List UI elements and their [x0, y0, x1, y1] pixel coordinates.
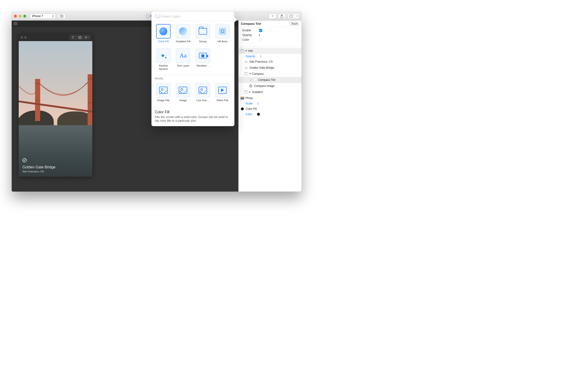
- svg-rect-1: [62, 15, 63, 17]
- tile-hit-area[interactable]: Hit Area: [214, 24, 231, 46]
- color-fill-icon: [159, 27, 167, 35]
- popover-search-row: [151, 12, 234, 21]
- device-selector-value: iPhone 7: [32, 15, 43, 18]
- device-preview: Golden Gate Bridge San Francisco, CA: [19, 34, 92, 177]
- enable-checkbox[interactable]: [259, 29, 262, 32]
- disclosure-icon[interactable]: [249, 91, 251, 93]
- layer-text-title[interactable]: Aa Golden Gate Bridge: [239, 65, 301, 71]
- desc-title: Color Fill: [155, 110, 231, 114]
- layer-group-info[interactable]: Info: [239, 48, 301, 54]
- image-icon: [179, 87, 187, 94]
- fill-icon: [254, 79, 257, 81]
- search-input[interactable]: [162, 14, 231, 18]
- layer-photo-scale[interactable]: Scale 1: [239, 101, 301, 106]
- tile-color-fill[interactable]: Color Fill: [155, 24, 172, 46]
- tile-text-layer[interactable]: Aa Text Layer: [174, 48, 192, 71]
- desc-body: Fills the screen with a solid color. Gro…: [155, 115, 231, 123]
- tile-group[interactable]: Group: [194, 24, 211, 46]
- compass-icon: [22, 158, 27, 162]
- preview-camera-button[interactable]: [76, 35, 84, 40]
- device-screen[interactable]: Golden Gate Bridge San Francisco, CA: [19, 41, 92, 177]
- prop-label-color: Color: [242, 38, 259, 41]
- text-icon: Aa: [244, 60, 248, 63]
- layer-text-subtitle[interactable]: Aa San Francisco, CA: [239, 59, 301, 65]
- tile-image-file[interactable]: Image File: [155, 83, 172, 105]
- gradient-fill-icon: [179, 27, 187, 35]
- layer-info-opacity[interactable]: Opacity 1: [239, 54, 301, 59]
- video-file-icon: [218, 87, 227, 94]
- hit-area-icon: [219, 28, 226, 35]
- color-swatch-black: [257, 113, 260, 116]
- photo-icon: [240, 97, 244, 100]
- touch-button[interactable]: Touch: [290, 22, 299, 25]
- app-window: iPhone 7 Photo Zoom ＋: [12, 12, 301, 192]
- device-selector[interactable]: iPhone 7: [30, 14, 56, 19]
- tile-video-file[interactable]: Video File: [214, 83, 231, 105]
- overlay-title: Golden Gate Bridge: [22, 165, 89, 169]
- view-mode-dropdown[interactable]: [295, 14, 299, 19]
- layer-compass-tint[interactable]: ↩ Compass Tint: [239, 77, 301, 83]
- folder-icon: [244, 73, 248, 75]
- tile-particle-system[interactable]: ★★ Particle System: [155, 48, 172, 71]
- layer-group-gradient[interactable]: Gradient: [239, 89, 301, 95]
- device-preview-header: [19, 34, 92, 41]
- particle-icon: ★★: [161, 53, 167, 59]
- disclosure-icon[interactable]: [249, 73, 251, 75]
- preview-dot: [24, 36, 27, 39]
- svg-rect-0: [60, 15, 62, 18]
- folder-icon: [241, 50, 244, 52]
- group-icon: [199, 28, 207, 35]
- tile-live-image[interactable]: Live Ima…: [194, 83, 211, 105]
- disclosure-icon[interactable]: [245, 50, 247, 52]
- view-mode-segmented[interactable]: [288, 14, 299, 19]
- layer-color-fill-color[interactable]: Color: [239, 112, 301, 117]
- preview-settings-button[interactable]: [84, 35, 90, 40]
- viewfinder-icon: [199, 53, 207, 58]
- text-layer-icon: Aa: [179, 52, 187, 59]
- folder-icon: [244, 91, 248, 93]
- hamburger-icon[interactable]: [14, 22, 17, 25]
- close-window-button[interactable]: [14, 15, 17, 18]
- svg-point-6: [79, 37, 80, 38]
- preview-dot: [21, 36, 23, 39]
- image-icon: [249, 84, 253, 88]
- media-section-label: Media: [151, 75, 234, 81]
- color-swatch[interactable]: [259, 38, 262, 41]
- insert-layer-popover: Color Fill Gradient Fill Group Hit Area …: [151, 12, 234, 126]
- tile-gradient-fill[interactable]: Gradient Fill: [174, 24, 192, 46]
- zoom-window-button[interactable]: [23, 15, 26, 18]
- inspector-title: Compass Tint: [241, 22, 288, 25]
- text-cursor: [160, 14, 160, 18]
- share-button[interactable]: [278, 14, 286, 19]
- svg-point-7: [85, 37, 86, 38]
- layer-color-fill[interactable]: Color Fill: [239, 106, 301, 112]
- view-mode-panels[interactable]: [288, 14, 295, 19]
- prop-label-enable: Enable: [242, 29, 259, 32]
- search-icon: [155, 15, 158, 18]
- layer-group-compass[interactable]: Compass: [239, 71, 301, 77]
- window-controls: [14, 15, 26, 18]
- overlay-subtitle: San Francisco, CA: [22, 170, 89, 173]
- prop-label-opacity: Opacity: [242, 33, 259, 37]
- image-file-icon: [159, 87, 168, 94]
- tile-viewfinder[interactable]: Viewfind…: [194, 48, 211, 71]
- add-layer-button[interactable]: ＋: [269, 14, 276, 19]
- inspector-panel: Compass Tint Touch Enable Opacity 1 Colo…: [238, 20, 301, 192]
- layer-list: Info Opacity 1 Aa San Francisco, CA Aa G…: [239, 47, 301, 192]
- orientation-button[interactable]: [58, 14, 65, 19]
- preview-reload-button[interactable]: [69, 35, 76, 40]
- document-icon: [146, 15, 149, 18]
- minimize-window-button[interactable]: [19, 15, 21, 18]
- tile-image[interactable]: Image: [174, 83, 192, 105]
- live-image-icon: [199, 87, 207, 94]
- text-icon: Aa: [244, 66, 248, 69]
- prop-value-opacity[interactable]: 1: [259, 33, 260, 37]
- inspector-properties: Enable Opacity 1 Color: [239, 27, 301, 47]
- photo-overlay: Golden Gate Bridge San Francisco, CA: [19, 154, 92, 177]
- layer-compass-image[interactable]: Compass Image: [239, 83, 301, 89]
- popover-description: Color Fill Fills the screen with a solid…: [151, 108, 234, 123]
- fill-icon: [241, 107, 244, 110]
- link-icon: ↩: [249, 78, 253, 81]
- layer-photo[interactable]: Photo: [239, 95, 301, 101]
